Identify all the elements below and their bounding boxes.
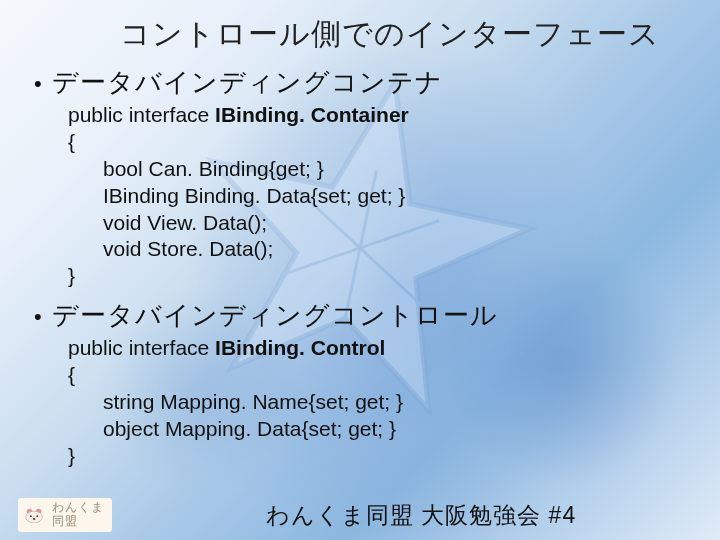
code-keyword: public interface	[68, 103, 215, 126]
code-line: object Mapping. Data{set; get; }	[68, 417, 396, 440]
footer-event-title: わんくま同盟 大阪勉強会 #4	[152, 500, 690, 531]
code-line: IBinding Binding. Data{set; get; }	[68, 184, 405, 207]
code-block: public interface IBinding. Control { str…	[68, 335, 680, 469]
code-line: bool Can. Binding{get; }	[68, 157, 324, 180]
code-line: {	[68, 363, 75, 386]
bear-icon	[24, 507, 46, 523]
logo-badge: わんくま 同盟	[18, 498, 112, 532]
code-line: }	[68, 444, 75, 467]
code-line: {	[68, 130, 75, 153]
svg-point-6	[26, 511, 43, 523]
code-interface-name: IBinding. Control	[215, 336, 385, 359]
code-block: public interface IBinding. Container { b…	[68, 102, 680, 290]
slide-footer: わんくま 同盟 わんくま同盟 大阪勉強会 #4	[0, 498, 720, 532]
svg-point-8	[36, 515, 38, 517]
list-item: • データバインディングコントロール public interface IBin…	[40, 298, 680, 469]
bullet-list: • データバインディングコンテナ public interface IBindi…	[40, 65, 680, 470]
code-line: void View. Data();	[68, 211, 267, 234]
code-line: void Store. Data();	[68, 237, 273, 260]
logo-text: わんくま 同盟	[52, 501, 104, 529]
code-line: }	[68, 264, 75, 287]
svg-point-9	[33, 518, 36, 520]
code-keyword: public interface	[68, 336, 215, 359]
svg-point-7	[30, 515, 32, 517]
logo-line-1: わんくま	[52, 500, 104, 514]
list-item: • データバインディングコンテナ public interface IBindi…	[40, 65, 680, 290]
bullet-marker: •	[34, 73, 42, 95]
bullet-heading: データバインディングコントロール	[52, 298, 498, 333]
code-interface-name: IBinding. Container	[215, 103, 409, 126]
code-line: string Mapping. Name{set; get; }	[68, 390, 403, 413]
bullet-heading: データバインディングコンテナ	[52, 65, 443, 100]
bullet-marker: •	[34, 306, 42, 328]
logo-line-2: 同盟	[52, 514, 78, 528]
slide-title: コントロール側でのインターフェース	[100, 14, 680, 55]
